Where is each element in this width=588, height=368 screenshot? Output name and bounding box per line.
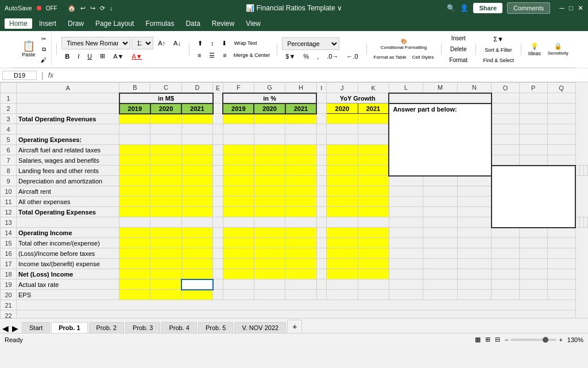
col-header-Q[interactable]: Q: [547, 83, 575, 93]
cell-F11[interactable]: [223, 197, 254, 207]
cell-B16[interactable]: [119, 248, 150, 259]
cell-C9[interactable]: [150, 176, 181, 186]
cell-C11[interactable]: [150, 197, 181, 207]
cell-B18[interactable]: [119, 269, 150, 279]
formula-input[interactable]: [56, 71, 586, 79]
cell-P7[interactable]: [519, 155, 547, 166]
cell-Q6[interactable]: [547, 145, 575, 155]
cell-I11[interactable]: [316, 197, 327, 207]
cut-button[interactable]: ✂: [38, 34, 49, 44]
row-header-2[interactable]: 2: [1, 103, 17, 114]
cell-E17[interactable]: [213, 259, 223, 269]
cell-Q13[interactable]: [584, 217, 588, 228]
cell-D13[interactable]: [181, 217, 212, 228]
cell-K9[interactable]: [358, 176, 389, 186]
cell-L14[interactable]: [389, 228, 423, 238]
row-header-9[interactable]: 9: [1, 176, 17, 186]
cell-K15[interactable]: [358, 238, 389, 248]
cell-O17[interactable]: [492, 259, 520, 269]
cell-N20[interactable]: [457, 290, 491, 300]
cell-J5[interactable]: [327, 135, 358, 145]
col-header-D[interactable]: D: [181, 83, 212, 93]
cell-O8[interactable]: [575, 166, 580, 176]
row-header-19[interactable]: 19: [1, 279, 17, 290]
cell-D14[interactable]: [181, 228, 212, 238]
cell-C17[interactable]: [150, 259, 181, 269]
cell-G18[interactable]: [254, 269, 285, 279]
cell-Q20[interactable]: [547, 290, 575, 300]
cell-J18[interactable]: [327, 269, 358, 279]
row-header-6[interactable]: 6: [1, 145, 17, 155]
view-page-break-icon[interactable]: ⊟: [495, 336, 500, 343]
cell-K18[interactable]: [358, 269, 389, 279]
cell-J16[interactable]: [327, 248, 358, 259]
align-top-btn[interactable]: ⬆: [194, 38, 206, 49]
cell-G16[interactable]: [254, 248, 285, 259]
cell-G8[interactable]: [254, 166, 285, 176]
cell-LMN1[interactable]: [389, 93, 491, 103]
cell-JK1[interactable]: YoY Growth: [327, 93, 389, 103]
cell-E14[interactable]: [213, 228, 223, 238]
cell-A11[interactable]: All other expenses: [17, 197, 119, 207]
number-format-select[interactable]: Percentage: [282, 37, 339, 50]
cell-P15[interactable]: [519, 238, 547, 248]
cell-D8[interactable]: [181, 166, 212, 176]
row-header-1[interactable]: 1: [1, 93, 17, 103]
cell-E11[interactable]: [213, 197, 223, 207]
cell-N18[interactable]: [457, 269, 491, 279]
cell-O1[interactable]: [492, 93, 520, 103]
cell-E7[interactable]: [213, 155, 223, 166]
cell-H10[interactable]: [285, 186, 316, 197]
col-header-O[interactable]: O: [492, 83, 520, 93]
cell-H17[interactable]: [285, 259, 316, 269]
format-painter-button[interactable]: 🖌: [38, 55, 49, 65]
cell-M13[interactable]: [423, 217, 457, 228]
cell-A16[interactable]: (Loss)/Income before taxes: [17, 248, 119, 259]
cell-F6[interactable]: [223, 145, 254, 155]
cell-G13[interactable]: [254, 217, 285, 228]
zoom-out-btn[interactable]: −: [505, 336, 508, 343]
find-select-button[interactable]: Find & Select: [481, 56, 516, 65]
cell-E3[interactable]: [213, 114, 223, 124]
border-button[interactable]: ⊞: [96, 51, 109, 62]
cell-P18[interactable]: [519, 269, 547, 279]
row-header-14[interactable]: 14: [1, 228, 17, 238]
cell-B14[interactable]: [119, 228, 150, 238]
cell-P14[interactable]: [519, 228, 547, 238]
cell-D11[interactable]: [181, 197, 212, 207]
close-btn[interactable]: ✕: [578, 4, 583, 12]
cell-A20[interactable]: EPS: [17, 290, 119, 300]
cell-Q8[interactable]: [584, 166, 588, 176]
cell-L15[interactable]: [389, 238, 423, 248]
cell-O11[interactable]: [389, 197, 423, 207]
cell-M14[interactable]: [423, 228, 457, 238]
cell-O3[interactable]: [492, 114, 520, 124]
cell-G12[interactable]: [254, 207, 285, 217]
cell-Q11[interactable]: [457, 197, 491, 207]
cell-A5[interactable]: Operating Expenses:: [17, 135, 119, 145]
cell-Q17[interactable]: [547, 259, 575, 269]
cell-D20[interactable]: [181, 290, 212, 300]
cell-FGH1[interactable]: in %: [223, 93, 316, 103]
cell-H8[interactable]: [285, 166, 316, 176]
menu-view[interactable]: View: [241, 18, 265, 29]
cell-K7[interactable]: [358, 155, 389, 166]
cell-F12[interactable]: [223, 207, 254, 217]
col-header-E[interactable]: E: [213, 83, 223, 93]
cell-J10[interactable]: [327, 186, 358, 197]
dec-decrease-btn[interactable]: ←.0: [343, 51, 361, 62]
comma-btn[interactable]: ,: [314, 51, 322, 62]
menu-insert[interactable]: Insert: [34, 18, 61, 29]
cell-H7[interactable]: [285, 155, 316, 166]
cell-B13[interactable]: [119, 217, 150, 228]
cell-I16[interactable]: [316, 248, 327, 259]
cell-B17[interactable]: [119, 259, 150, 269]
cell-G14[interactable]: [254, 228, 285, 238]
ideas-button[interactable]: 💡 Ideas: [526, 41, 543, 58]
cell-C5[interactable]: [150, 135, 181, 145]
col-header-C[interactable]: C: [150, 83, 181, 93]
cell-N14[interactable]: [457, 228, 491, 238]
pct-btn[interactable]: %: [300, 51, 312, 62]
cell-D2[interactable]: 2021: [181, 103, 212, 114]
cell-A8[interactable]: Landing fees and other rents: [17, 166, 119, 176]
